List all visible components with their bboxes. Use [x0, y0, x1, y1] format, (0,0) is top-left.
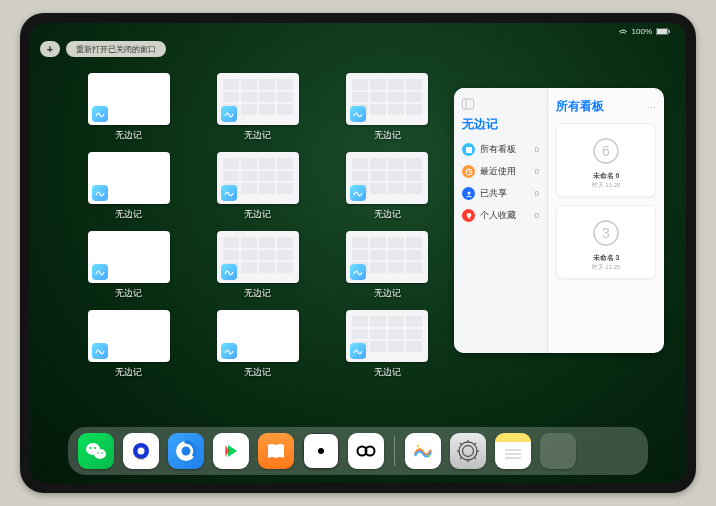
- window-thumbnail[interactable]: 无边记: [337, 73, 438, 142]
- app-library-icon[interactable]: [540, 433, 576, 469]
- sidebar-item-count: 0: [535, 211, 539, 220]
- window-thumbnail[interactable]: 无边记: [78, 73, 179, 142]
- new-window-button[interactable]: +: [40, 41, 60, 57]
- freeform-badge-icon: [92, 106, 108, 122]
- books-app-icon[interactable]: [258, 433, 294, 469]
- window-thumbnail[interactable]: 无边记: [337, 310, 438, 379]
- quark-app-icon[interactable]: HD: [123, 433, 159, 469]
- window-thumbnail[interactable]: 无边记: [207, 310, 308, 379]
- thumbnail-preview: [346, 231, 428, 283]
- board-date: 昨天 11:25: [592, 263, 621, 272]
- sidebar-item-count: 0: [535, 145, 539, 154]
- battery-icon: [656, 28, 670, 35]
- freeform-badge-icon: [221, 106, 237, 122]
- svg-point-25: [318, 448, 324, 454]
- svg-point-29: [428, 455, 430, 457]
- window-label: 无边记: [244, 287, 271, 300]
- window-thumbnail[interactable]: 无边记: [337, 152, 438, 221]
- sidebar-item-1[interactable]: 最近使用0: [462, 165, 539, 178]
- top-toolbar: + 重新打开已关闭的窗口: [40, 41, 166, 57]
- window-label: 无边记: [115, 129, 142, 142]
- dock-separator: [394, 436, 395, 466]
- window-thumbnail[interactable]: 无边记: [207, 152, 308, 221]
- svg-rect-1: [657, 29, 667, 34]
- board-name: 未命名 6: [593, 171, 620, 181]
- svg-point-16: [90, 447, 92, 449]
- sidebar-toggle-icon[interactable]: [462, 98, 474, 110]
- svg-point-28: [417, 445, 419, 447]
- sidebar-item-label: 个人收藏: [480, 209, 530, 222]
- status-bar: 100%: [30, 23, 686, 37]
- svg-line-39: [460, 457, 462, 459]
- svg-point-18: [97, 452, 99, 454]
- sidebar-item-2[interactable]: 已共享0: [462, 187, 539, 200]
- svg-rect-5: [466, 147, 472, 153]
- window-thumbnail[interactable]: 无边记: [207, 231, 308, 300]
- wifi-icon: [618, 28, 628, 35]
- window-label: 无边记: [244, 366, 271, 379]
- window-label: 无边记: [115, 287, 142, 300]
- thumbnail-preview: [217, 73, 299, 125]
- freeform-badge-icon: [221, 185, 237, 201]
- board-sketch: 3: [589, 212, 623, 253]
- more-menu-icon[interactable]: ···: [647, 101, 656, 113]
- sidebar-item-count: 0: [535, 167, 539, 176]
- sidebar-item-icon: [462, 143, 475, 156]
- freeform-badge-icon: [350, 343, 366, 359]
- window-thumbnail[interactable]: 无边记: [337, 231, 438, 300]
- window-thumbnail[interactable]: 无边记: [78, 310, 179, 379]
- thumbnail-preview: [346, 152, 428, 204]
- thumbnail-preview: [346, 73, 428, 125]
- dice-app-icon[interactable]: [303, 433, 339, 469]
- window-thumbnail[interactable]: 无边记: [78, 152, 179, 221]
- board-name: 未命名 3: [593, 253, 620, 263]
- sidebar-item-3[interactable]: 个人收藏0: [462, 209, 539, 222]
- svg-point-24: [182, 447, 191, 456]
- thumbnail-preview: [88, 73, 170, 125]
- battery-text: 100%: [632, 27, 652, 36]
- freeform-badge-icon: [92, 343, 108, 359]
- settings-app-icon[interactable]: [450, 433, 486, 469]
- svg-point-9: [467, 191, 470, 194]
- window-thumbnail[interactable]: 无边记: [207, 73, 308, 142]
- board-card[interactable]: 3未命名 3昨天 11:25: [556, 205, 656, 279]
- sidebar-item-0[interactable]: 所有看板0: [462, 143, 539, 156]
- app-expose-grid: 无边记无边记无边记无边记无边记无边记无边记无边记无边记无边记无边记无边记: [78, 73, 438, 379]
- thumbnail-preview: [217, 310, 299, 362]
- window-label: 无边记: [244, 129, 271, 142]
- freeform-badge-icon: [350, 106, 366, 122]
- window-label: 无边记: [115, 366, 142, 379]
- svg-point-15: [94, 449, 106, 459]
- iqiyi-app-icon[interactable]: [213, 433, 249, 469]
- reopen-closed-window-button[interactable]: 重新打开已关闭的窗口: [66, 41, 166, 57]
- thumbnail-preview: [217, 152, 299, 204]
- noise-app-icon[interactable]: [348, 433, 384, 469]
- board-date: 昨天 11:25: [592, 181, 621, 190]
- svg-point-21: [138, 448, 145, 455]
- svg-point-17: [94, 447, 96, 449]
- sidebar-item-count: 0: [535, 189, 539, 198]
- wechat-app-icon[interactable]: [78, 433, 114, 469]
- notes-app-icon[interactable]: [495, 433, 531, 469]
- sidebar-item-label: 已共享: [480, 187, 530, 200]
- sidebar-title: 无边记: [462, 116, 539, 133]
- dock: HD: [68, 427, 648, 475]
- svg-point-31: [463, 446, 474, 457]
- qq-browser-app-icon[interactable]: [168, 433, 204, 469]
- freeform-app-icon[interactable]: [405, 433, 441, 469]
- ipad-frame: 100% + 重新打开已关闭的窗口 无边记无边记无边记无边记无边记无边记无边记无…: [20, 13, 696, 493]
- status-indicators: 100%: [618, 25, 670, 37]
- freeform-badge-icon: [92, 264, 108, 280]
- screen: 100% + 重新打开已关闭的窗口 无边记无边记无边记无边记无边记无边记无边记无…: [30, 23, 686, 483]
- svg-rect-3: [463, 99, 474, 109]
- freeform-badge-icon: [350, 264, 366, 280]
- window-label: 无边记: [115, 208, 142, 221]
- freeform-badge-icon: [92, 185, 108, 201]
- window-thumbnail[interactable]: 无边记: [78, 231, 179, 300]
- thumbnail-preview: [88, 231, 170, 283]
- svg-line-36: [460, 443, 462, 445]
- board-card[interactable]: 6未命名 6昨天 11:25: [556, 123, 656, 197]
- svg-line-38: [474, 443, 476, 445]
- freeform-side-panel[interactable]: 无边记 所有看板0最近使用0已共享0个人收藏0 所有看板 ··· 6未命名 6昨…: [454, 88, 664, 353]
- thumbnail-preview: [88, 310, 170, 362]
